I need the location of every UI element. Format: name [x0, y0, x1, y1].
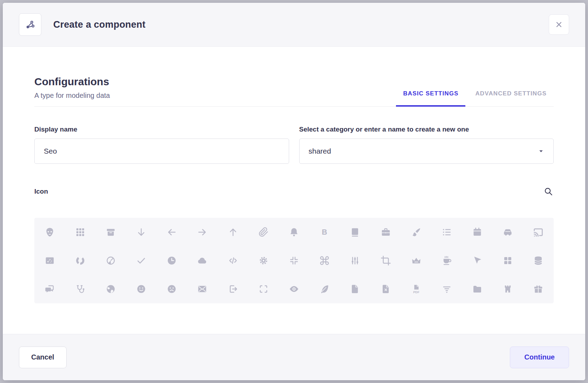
- icon-option-earth[interactable]: [101, 279, 121, 299]
- icon-option-clock[interactable]: [162, 251, 182, 270]
- display-name-label: Display name: [34, 126, 289, 133]
- feather-icon: [319, 284, 330, 294]
- gift-icon: [533, 284, 543, 294]
- icon-option-arrow-right[interactable]: [192, 222, 212, 242]
- tab-advanced-settings[interactable]: ADVANCED SETTINGS: [468, 90, 554, 106]
- icon-option-bullet-list[interactable]: [437, 222, 457, 242]
- eye-icon: [289, 284, 299, 294]
- icon-option-crop[interactable]: [376, 251, 396, 270]
- icon-option-collapse[interactable]: [284, 251, 304, 270]
- briefcase-icon: [381, 227, 391, 237]
- dashboard-icon: [502, 255, 513, 266]
- icon-option-discuss[interactable]: [40, 279, 60, 299]
- bullet-list-icon: [442, 227, 452, 237]
- icon-option-emotion-happy[interactable]: [131, 279, 151, 299]
- icon-option-bold[interactable]: B: [315, 222, 334, 242]
- create-component-modal: Create a component Configurations A type…: [3, 3, 585, 380]
- cancel-button[interactable]: Cancel: [19, 347, 67, 368]
- icon-option-cloud[interactable]: [192, 251, 212, 270]
- icon-option-chart-bubble[interactable]: [40, 251, 60, 270]
- envelop-icon: [197, 284, 207, 294]
- icon-option-briefcase[interactable]: [376, 222, 396, 242]
- icon-option-gift[interactable]: [528, 279, 548, 299]
- icon-option-file-error[interactable]: [376, 279, 396, 299]
- icon-option-cursor[interactable]: [467, 251, 487, 270]
- icon-option-crown[interactable]: [406, 251, 426, 270]
- cloud-icon: [197, 255, 207, 266]
- icon-option-eye[interactable]: [284, 279, 304, 299]
- continue-button[interactable]: Continue: [510, 347, 569, 368]
- alien-icon: [45, 227, 55, 237]
- chart-bubble-icon: [45, 255, 55, 266]
- component-icon: [25, 19, 36, 30]
- tab-basic-settings[interactable]: BASIC SETTINGS: [396, 90, 465, 106]
- icon-option-code[interactable]: [223, 251, 243, 270]
- icon-option-command[interactable]: [315, 251, 334, 270]
- icon-option-faders[interactable]: [345, 251, 365, 270]
- modal-title: Create a component: [53, 19, 145, 30]
- icon-option-alien[interactable]: [40, 222, 60, 242]
- icon-option-filter[interactable]: [437, 279, 457, 299]
- icon-option-apps[interactable]: [70, 222, 90, 242]
- icon-option-book[interactable]: [345, 222, 365, 242]
- chart-pie-icon: [105, 255, 116, 266]
- close-button[interactable]: [549, 14, 569, 35]
- display-name-input[interactable]: [34, 139, 289, 164]
- icon-option-arrow-down[interactable]: [131, 222, 151, 242]
- exit-icon: [228, 284, 238, 294]
- icon-option-arrow-left[interactable]: [162, 222, 182, 242]
- icon-option-bell[interactable]: [284, 222, 304, 242]
- icon-option-calendar[interactable]: [467, 222, 487, 242]
- icon-search-button[interactable]: [543, 186, 554, 197]
- modal-header: Create a component: [3, 3, 585, 47]
- database-icon: [533, 255, 543, 266]
- expand-icon: [258, 284, 269, 294]
- icon-option-database[interactable]: [528, 251, 548, 270]
- bell-icon: [289, 227, 299, 237]
- icon-option-brush[interactable]: [406, 222, 426, 242]
- icon-option-car[interactable]: [498, 222, 518, 242]
- attachment-icon: [258, 227, 269, 237]
- chevron-down-icon: [538, 148, 544, 154]
- icon-option-exit[interactable]: [223, 279, 243, 299]
- file-icon: [350, 284, 360, 294]
- component-icon-box: [19, 13, 41, 36]
- brush-icon: [411, 227, 422, 237]
- icon-option-arrow-up[interactable]: [223, 222, 243, 242]
- icon-option-attachment[interactable]: [254, 222, 273, 242]
- crown-icon: [411, 255, 422, 266]
- cursor-icon: [472, 255, 483, 266]
- icon-option-chart-pie[interactable]: [101, 251, 121, 270]
- icon-option-gate[interactable]: [498, 279, 518, 299]
- close-icon: [554, 20, 563, 29]
- icon-picker-head: Icon: [34, 186, 554, 197]
- icon-option-feather[interactable]: [315, 279, 334, 299]
- form-row: Display name Select a category or enter …: [34, 126, 554, 164]
- emotion-happy-icon: [136, 284, 146, 294]
- icon-option-expand[interactable]: [254, 279, 273, 299]
- calendar-icon: [472, 227, 483, 237]
- icon-option-cast[interactable]: [528, 222, 548, 242]
- svg-text:B: B: [322, 228, 327, 236]
- icon-option-file-pdf[interactable]: PDF: [406, 279, 426, 299]
- category-select[interactable]: shared: [299, 139, 554, 164]
- icon-option-envelop[interactable]: [192, 279, 212, 299]
- icon-option-cog[interactable]: [254, 251, 273, 270]
- icon-option-check[interactable]: [131, 251, 151, 270]
- collapse-icon: [289, 255, 299, 266]
- command-icon: [319, 255, 330, 266]
- icon-option-folder[interactable]: [467, 279, 487, 299]
- icon-option-file[interactable]: [345, 279, 365, 299]
- archive-icon: [105, 227, 116, 237]
- icon-option-chart-circle[interactable]: [70, 251, 90, 270]
- icon-option-cup[interactable]: [437, 251, 457, 270]
- discuss-icon: [45, 284, 55, 294]
- icon-grid: BPDF: [34, 218, 554, 303]
- icon-option-archive[interactable]: [101, 222, 121, 242]
- modal-footer: Cancel Continue: [3, 334, 585, 380]
- icon-option-emotion-unhappy[interactable]: [162, 279, 182, 299]
- icon-option-doctor[interactable]: [70, 279, 90, 299]
- gate-icon: [502, 284, 513, 294]
- category-field-group: Select a category or enter a name to cre…: [299, 126, 554, 164]
- icon-option-dashboard[interactable]: [498, 251, 518, 270]
